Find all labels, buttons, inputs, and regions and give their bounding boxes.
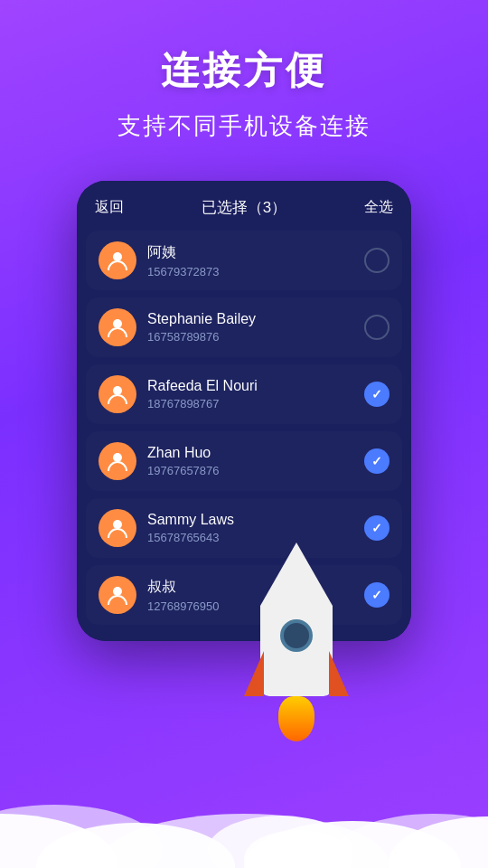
contact-item[interactable]: Rafeeda El Nouri18767898767	[86, 364, 402, 424]
contact-name: Zhan Huo	[147, 445, 364, 461]
contact-checkbox[interactable]	[364, 448, 389, 474]
svg-point-1	[113, 319, 122, 328]
contact-info: 阿姨15679372873	[147, 243, 364, 278]
selection-title: 已选择（3）	[202, 197, 286, 218]
rocket-body-main	[260, 606, 333, 696]
svg-point-4	[113, 520, 122, 529]
contact-checkbox[interactable]	[364, 515, 389, 541]
contact-phone: 16758789876	[147, 330, 364, 344]
back-button[interactable]: 返回	[95, 198, 124, 217]
contact-checkbox[interactable]	[364, 582, 389, 608]
contact-info: Zhan Huo19767657876	[147, 445, 364, 477]
avatar	[99, 375, 136, 413]
svg-point-3	[113, 453, 122, 462]
avatar	[99, 576, 136, 614]
contact-item[interactable]: Zhan Huo19767657876	[86, 431, 402, 491]
contact-checkbox[interactable]	[364, 248, 389, 273]
avatar	[99, 509, 136, 547]
contact-info: Sammy Laws15678765643	[147, 512, 364, 544]
rocket-fin-right	[329, 651, 349, 696]
contact-phone: 19767657876	[147, 464, 364, 477]
contact-checkbox[interactable]	[364, 315, 389, 340]
svg-point-0	[113, 252, 122, 261]
phone-header: 返回 已选择（3） 全选	[77, 181, 411, 231]
contact-name: Sammy Laws	[147, 512, 364, 528]
contact-info: Rafeeda El Nouri18767898767	[147, 378, 364, 410]
rocket-decoration	[215, 542, 360, 778]
avatar	[99, 308, 136, 346]
contact-checkbox[interactable]	[364, 382, 389, 407]
contact-name: Stephanie Bailey	[147, 311, 364, 327]
avatar	[99, 442, 136, 480]
contact-phone: 15679372873	[147, 265, 364, 278]
contact-item[interactable]: Stephanie Bailey16758789876	[86, 297, 402, 357]
sub-title: 支持不同手机设备连接	[18, 110, 470, 142]
svg-point-2	[113, 386, 122, 395]
rocket-window	[280, 619, 313, 652]
svg-point-5	[113, 587, 122, 596]
contact-item[interactable]: 阿姨15679372873	[86, 231, 402, 290]
contact-name: 阿姨	[147, 243, 364, 262]
contact-phone: 18767898767	[147, 397, 364, 410]
rocket-fin-left	[244, 651, 264, 696]
main-title: 连接方便	[18, 45, 470, 96]
top-section: 连接方便 支持不同手机设备连接	[0, 0, 488, 160]
avatar	[99, 241, 136, 279]
select-all-button[interactable]: 全选	[364, 198, 393, 217]
contact-info: Stephanie Bailey16758789876	[147, 311, 364, 344]
contact-name: Rafeeda El Nouri	[147, 378, 364, 394]
rocket-nose	[260, 542, 333, 606]
rocket-flame	[278, 696, 314, 741]
